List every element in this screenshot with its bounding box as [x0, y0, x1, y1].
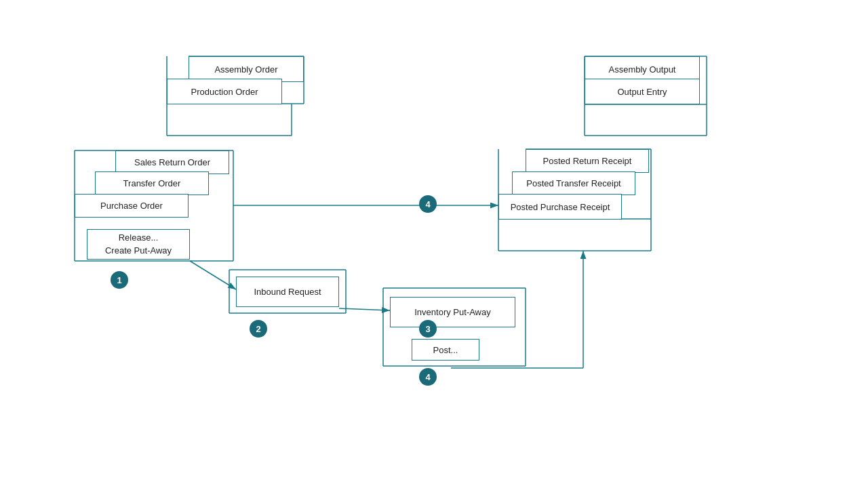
svg-line-26 [339, 308, 390, 310]
post-button-box[interactable]: Post... [412, 339, 479, 361]
inbound-request-box: Inbound Request [236, 277, 339, 307]
inbound-request-label: Inbound Request [254, 287, 321, 297]
inventory-putaway-label: Inventory Put-Away [414, 307, 490, 317]
badge-1: 1 [111, 271, 128, 289]
sales-return-order-label: Sales Return Order [134, 157, 210, 167]
svg-line-25 [190, 261, 236, 289]
badge-4-bot: 4 [419, 368, 437, 386]
diagram-container: Assembly Order Production Order Assembly… [0, 0, 868, 488]
posted-transfer-receipt-label: Posted Transfer Receipt [526, 178, 620, 188]
release-create-label: Release...Create Put-Away [105, 232, 172, 256]
post-button-label: Post... [433, 345, 458, 355]
output-entry-box: Output Entry [585, 79, 700, 104]
posted-purchase-receipt-box: Posted Purchase Receipt [498, 194, 622, 220]
posted-transfer-receipt-box: Posted Transfer Receipt [512, 171, 635, 195]
badge-2: 2 [250, 320, 267, 338]
production-order-box: Production Order [167, 79, 282, 104]
transfer-order-box: Transfer Order [95, 171, 209, 195]
release-create-box: Release...Create Put-Away [87, 229, 190, 260]
inventory-putaway-box: Inventory Put-Away [390, 297, 515, 327]
posted-return-receipt-label: Posted Return Receipt [543, 156, 632, 166]
assembly-output-label: Assembly Output [609, 64, 676, 75]
assembly-order-label: Assembly Order [214, 64, 277, 75]
production-order-label: Production Order [191, 87, 258, 97]
posted-return-receipt-box: Posted Return Receipt [526, 149, 649, 173]
sales-return-order-box: Sales Return Order [115, 150, 229, 174]
posted-purchase-receipt-label: Posted Purchase Receipt [511, 202, 610, 212]
badge-3: 3 [419, 320, 437, 338]
purchase-order-label: Purchase Order [100, 201, 163, 211]
badge-4-top: 4 [419, 195, 437, 213]
transfer-order-label: Transfer Order [123, 178, 181, 188]
output-entry-label: Output Entry [618, 87, 667, 97]
purchase-order-box: Purchase Order [75, 194, 189, 218]
